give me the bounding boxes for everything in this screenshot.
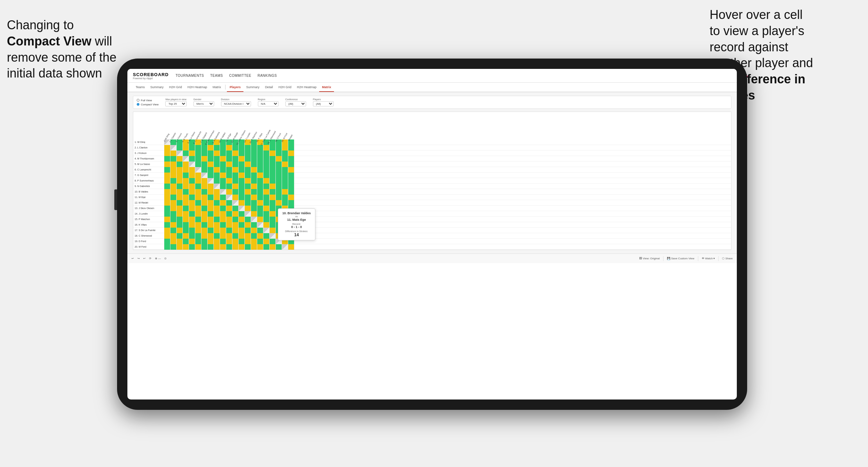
- matrix-cell[interactable]: [263, 145, 270, 151]
- matrix-cell[interactable]: [195, 189, 201, 195]
- matrix-cell[interactable]: [257, 162, 263, 167]
- matrix-cell[interactable]: [208, 195, 214, 200]
- matrix-cell[interactable]: [220, 222, 226, 228]
- matrix-cell[interactable]: [226, 189, 232, 195]
- matrix-cell[interactable]: [220, 184, 226, 189]
- matrix-cell[interactable]: [232, 217, 239, 222]
- matrix-cell[interactable]: [232, 145, 239, 151]
- matrix-cell[interactable]: [276, 189, 282, 195]
- matrix-cell[interactable]: [208, 228, 214, 233]
- matrix-cell[interactable]: [177, 189, 183, 195]
- matrix-cell[interactable]: [245, 173, 251, 178]
- matrix-cell[interactable]: [201, 211, 208, 217]
- matrix-cell[interactable]: [201, 178, 208, 184]
- matrix-cell[interactable]: [195, 151, 201, 156]
- matrix-cell[interactable]: [239, 200, 245, 206]
- matrix-cell[interactable]: [189, 244, 195, 250]
- filter-division-select[interactable]: NCAA Division I: [221, 101, 251, 106]
- matrix-cell[interactable]: [263, 156, 270, 162]
- matrix-cell[interactable]: [288, 200, 294, 206]
- matrix-cell[interactable]: [245, 200, 251, 206]
- matrix-cell[interactable]: [245, 167, 251, 173]
- matrix-cell[interactable]: [208, 145, 214, 151]
- matrix-cell[interactable]: [276, 195, 282, 200]
- matrix-cell[interactable]: [201, 233, 208, 239]
- matrix-cell[interactable]: [288, 156, 294, 162]
- matrix-cell[interactable]: [276, 162, 282, 167]
- save-custom-button[interactable]: 💾 Save Custom View: [667, 257, 694, 260]
- matrix-cell[interactable]: [226, 167, 232, 173]
- matrix-cell[interactable]: [245, 228, 251, 233]
- matrix-cell[interactable]: [263, 200, 270, 206]
- matrix-cell[interactable]: [201, 244, 208, 250]
- matrix-cell[interactable]: [257, 244, 263, 250]
- tab-detail[interactable]: Detail: [262, 83, 276, 92]
- matrix-cell[interactable]: [220, 228, 226, 233]
- matrix-cell[interactable]: [214, 233, 220, 239]
- matrix-cell[interactable]: [239, 189, 245, 195]
- nav-tournaments[interactable]: TOURNAMENTS: [176, 73, 204, 78]
- matrix-cell[interactable]: [177, 211, 183, 217]
- tab-summary-1[interactable]: Summary: [148, 83, 167, 92]
- matrix-cell[interactable]: [164, 206, 170, 211]
- matrix-cell[interactable]: [183, 173, 189, 178]
- matrix-cell[interactable]: [270, 156, 276, 162]
- matrix-cell[interactable]: [263, 173, 270, 178]
- matrix-cell[interactable]: [226, 200, 232, 206]
- matrix-cell[interactable]: [251, 200, 257, 206]
- matrix-cell[interactable]: [183, 156, 189, 162]
- matrix-cell[interactable]: [270, 167, 276, 173]
- matrix-cell[interactable]: [164, 151, 170, 156]
- matrix-cell[interactable]: [245, 217, 251, 222]
- matrix-cell[interactable]: [214, 244, 220, 250]
- matrix-cell[interactable]: [189, 228, 195, 233]
- filter-gender-select[interactable]: Men's: [194, 101, 214, 106]
- matrix-cell[interactable]: [189, 239, 195, 244]
- matrix-cell[interactable]: [183, 239, 189, 244]
- matrix-cell[interactable]: [232, 206, 239, 211]
- matrix-cell[interactable]: [164, 178, 170, 184]
- matrix-cell[interactable]: [177, 167, 183, 173]
- matrix-cell[interactable]: [257, 200, 263, 206]
- matrix-cell[interactable]: [177, 156, 183, 162]
- matrix-cell[interactable]: [214, 145, 220, 151]
- matrix-cell[interactable]: [226, 162, 232, 167]
- matrix-cell[interactable]: [177, 222, 183, 228]
- matrix-cell[interactable]: [195, 206, 201, 211]
- tab-matrix-2[interactable]: Matrix: [319, 83, 334, 92]
- matrix-cell[interactable]: [183, 145, 189, 151]
- matrix-cell[interactable]: [276, 184, 282, 189]
- matrix-cell[interactable]: [245, 145, 251, 151]
- matrix-cell[interactable]: [263, 239, 270, 244]
- matrix-cell[interactable]: [195, 156, 201, 162]
- matrix-cell[interactable]: [226, 156, 232, 162]
- matrix-cell[interactable]: [177, 244, 183, 250]
- filter-conference-select[interactable]: (All): [285, 101, 306, 106]
- matrix-cell[interactable]: [288, 189, 294, 195]
- matrix-cell[interactable]: [232, 222, 239, 228]
- matrix-cell[interactable]: [239, 184, 245, 189]
- matrix-cell[interactable]: [263, 217, 270, 222]
- matrix-cell[interactable]: [270, 244, 276, 250]
- matrix-cell[interactable]: [170, 173, 177, 178]
- matrix-cell[interactable]: [214, 206, 220, 211]
- matrix-cell[interactable]: [232, 184, 239, 189]
- matrix-cell[interactable]: [245, 233, 251, 239]
- matrix-cell[interactable]: [189, 173, 195, 178]
- matrix-cell[interactable]: [276, 151, 282, 156]
- matrix-cell[interactable]: [251, 233, 257, 239]
- matrix-cell[interactable]: [257, 156, 263, 162]
- matrix-cell[interactable]: [226, 228, 232, 233]
- share-button[interactable]: ⬡ Share: [722, 257, 733, 260]
- matrix-cell[interactable]: [214, 200, 220, 206]
- matrix-cell[interactable]: [232, 173, 239, 178]
- matrix-cell[interactable]: [189, 151, 195, 156]
- matrix-cell[interactable]: [214, 167, 220, 173]
- redo-left-button[interactable]: ↪: [137, 257, 140, 260]
- matrix-cell[interactable]: [226, 173, 232, 178]
- matrix-cell[interactable]: [195, 239, 201, 244]
- matrix-cell[interactable]: [270, 162, 276, 167]
- matrix-cell[interactable]: [282, 162, 288, 167]
- matrix-cell[interactable]: [239, 156, 245, 162]
- matrix-cell[interactable]: [164, 228, 170, 233]
